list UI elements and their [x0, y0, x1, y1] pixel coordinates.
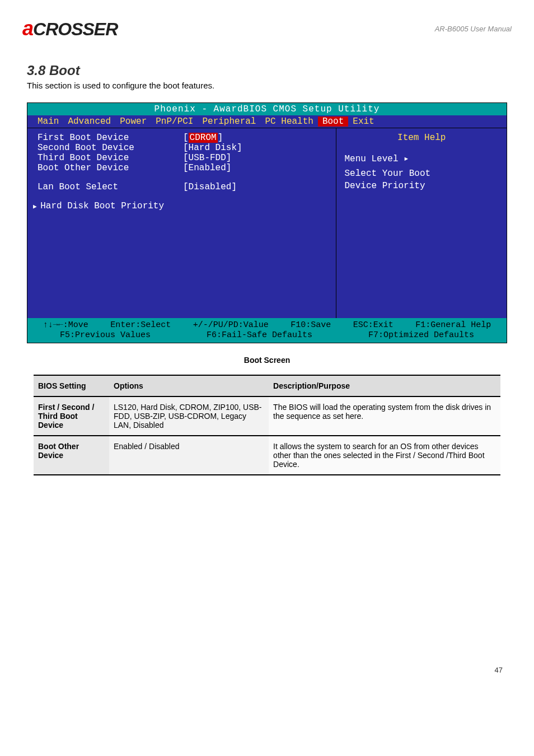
table-row: Boot Other Device Enabled / Disabled It … [34, 436, 500, 475]
hint-help: F1:General Help [415, 320, 491, 330]
hint-optimized: F7:Optimized Defaults [368, 330, 474, 340]
setting-label: Second Boot Device [38, 143, 183, 153]
menu-power[interactable]: Power [115, 116, 151, 127]
hint-value: +/-/PU/PD:Value [193, 320, 269, 330]
menu-exit[interactable]: Exit [348, 116, 378, 127]
cell-desc: The BIOS will load the operating system … [269, 396, 500, 436]
setting-value: [CDROM] [183, 133, 223, 143]
hint-previous: F5:Previous Values [60, 330, 151, 340]
menu-pc-health[interactable]: PC Health [260, 116, 317, 127]
setting-label: Lan Boot Select [38, 182, 183, 192]
setting-hdd-priority[interactable]: Hard Disk Boot Priority [38, 201, 330, 212]
cell-options: Enabled / Disabled [109, 436, 269, 475]
setting-first-boot[interactable]: First Boot Device [CDROM] [38, 133, 330, 143]
document-model: AR-B6005 User Manual [435, 25, 512, 33]
options-table: BIOS Setting Options Description/Purpose… [34, 375, 500, 475]
setting-third-boot[interactable]: Third Boot Device [USB-FDD] [38, 153, 330, 163]
page-number: 47 [0, 475, 534, 691]
help-line: Menu Level ▸ [344, 152, 499, 165]
figure-caption: Boot Screen [0, 353, 534, 375]
hint-failsafe: F6:Fail-Safe Defaults [207, 330, 312, 340]
setting-lan-boot[interactable]: Lan Boot Select [Disabled] [38, 182, 330, 192]
setting-label: Third Boot Device [38, 153, 183, 163]
setting-label: First Boot Device [38, 133, 183, 143]
col-options: Options [109, 375, 269, 396]
menu-advanced[interactable]: Advanced [63, 116, 115, 127]
setting-value: [Enabled] [183, 163, 231, 173]
bios-help-pane: Item Help Menu Level ▸ Select Your Boot … [336, 128, 507, 318]
setting-value: [Disabled] [183, 182, 237, 192]
setting-value: [Hard Disk] [183, 143, 242, 153]
brand-logo: aCROSSER [22, 17, 118, 40]
cell-setting: Boot Other Device [34, 436, 109, 475]
cell-desc: It allows the system to search for an OS… [269, 436, 500, 475]
help-line: Device Priority [344, 180, 499, 192]
cell-setting: First / Second / Third Boot Device [34, 396, 109, 436]
setting-label: Boot Other Device [38, 163, 183, 173]
section-subtitle: This section is used to configure the bo… [0, 78, 534, 98]
setting-label: Hard Disk Boot Priority [33, 201, 164, 212]
logo-text: CROSSER [33, 19, 118, 39]
menu-main[interactable]: Main [33, 116, 63, 127]
col-desc: Description/Purpose [269, 375, 500, 396]
bios-footer-hints: ↑↓→←:Move Enter:Select +/-/PU/PD:Value F… [27, 318, 507, 343]
cell-options: LS120, Hard Disk, CDROM, ZIP100, USB-FDD… [109, 396, 269, 436]
menu-boot[interactable]: Boot [318, 116, 348, 127]
section-title: 3.8 Boot [0, 46, 534, 78]
menu-pnp-pci[interactable]: PnP/PCI [151, 116, 198, 127]
hint-save: F10:Save [291, 320, 331, 330]
logo-letter-a: a [22, 17, 33, 40]
hint-exit: ESC:Exit [353, 320, 394, 330]
bios-settings-pane: First Boot Device [CDROM] Second Boot De… [27, 128, 336, 318]
bios-title-bar: Phoenix - AwardBIOS CMOS Setup Utility [27, 103, 507, 115]
menu-peripheral[interactable]: Peripheral [198, 116, 260, 127]
table-row: First / Second / Third Boot Device LS120… [34, 396, 500, 436]
setting-boot-other[interactable]: Boot Other Device [Enabled] [38, 163, 330, 173]
hint-enter: Enter:Select [110, 320, 171, 330]
col-setting: BIOS Setting [34, 375, 109, 396]
help-line: Select Your Boot [344, 167, 499, 180]
bios-top-menu: Main Advanced Power PnP/PCI Peripheral P… [27, 115, 507, 128]
hint-move: ↑↓→←:Move [43, 320, 88, 330]
setting-value: [USB-FDD] [183, 153, 231, 163]
help-title: Item Help [344, 133, 499, 152]
bios-screenshot: Phoenix - AwardBIOS CMOS Setup Utility M… [27, 102, 507, 343]
setting-second-boot[interactable]: Second Boot Device [Hard Disk] [38, 143, 330, 153]
